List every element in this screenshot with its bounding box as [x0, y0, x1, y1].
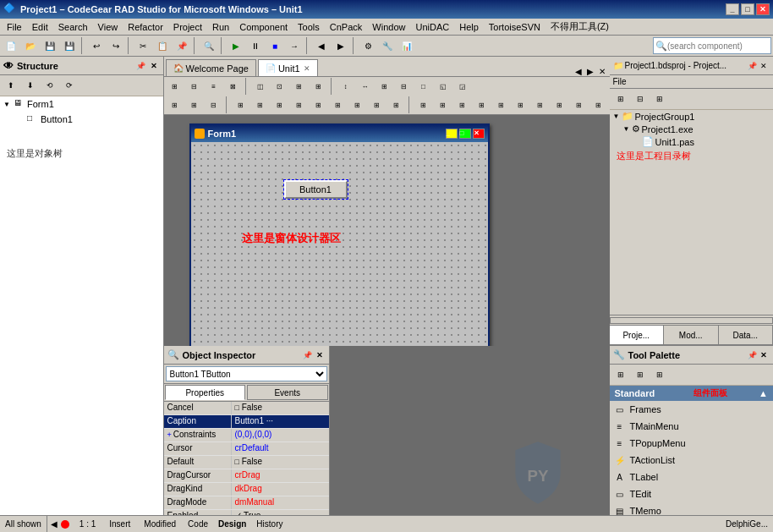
ed-tb2-9[interactable]: ⊞ — [329, 96, 348, 113]
oi-row-dragmode[interactable]: DragMode dmManual — [164, 496, 329, 510]
menu-unidac[interactable]: UniDAC — [410, 21, 454, 33]
status-design-tab[interactable]: Design — [213, 516, 251, 532]
proj-item-pas[interactable]: 📄 Unit1.pas — [610, 135, 774, 148]
oi-val-dragkind[interactable]: dkDrag — [232, 483, 329, 496]
tb-copy[interactable]: 📋 — [153, 37, 172, 54]
menu-edit[interactable]: Edit — [27, 21, 53, 33]
struct-tb-4[interactable]: ⟳ — [60, 77, 79, 94]
ed-tb2-11[interactable]: ⊞ — [368, 96, 386, 113]
proj-pin[interactable]: 📌 — [746, 60, 758, 72]
ed-tb-11[interactable]: ⊞ — [376, 78, 394, 95]
ed-tb2-10[interactable]: ⊞ — [348, 96, 367, 113]
palette-close[interactable]: ✕ — [758, 349, 770, 361]
oi-tab-events[interactable]: Events — [247, 385, 328, 400]
tb-save[interactable]: 💾 — [41, 37, 59, 54]
oi-row-dragcursor[interactable]: DragCursor crDrag — [164, 469, 329, 483]
ed-tb2-15[interactable]: ⊞ — [453, 96, 472, 113]
tab-unit1[interactable]: 📄 Unit1 ✕ — [258, 59, 318, 76]
tab-unit1-close[interactable]: ✕ — [304, 64, 310, 73]
ed-tb2-8[interactable]: ⊞ — [310, 96, 328, 113]
oi-close[interactable]: ✕ — [314, 349, 326, 361]
oi-row-cancel[interactable]: Cancel □ False — [164, 402, 329, 415]
tb-new[interactable]: 📄 — [2, 37, 20, 54]
palette-item-tactionlist[interactable]: ⚡ TActionList — [610, 452, 774, 469]
proj-tb2[interactable]: ⊟ — [631, 90, 650, 107]
ed-tb2-5[interactable]: ⊞ — [251, 96, 270, 113]
menu-cnpack[interactable]: CnPack — [325, 21, 368, 33]
form-button1[interactable]: Button1 — [284, 180, 348, 199]
form-maximize[interactable]: □ — [459, 129, 471, 139]
menu-project[interactable]: Project — [168, 21, 207, 33]
tb-prev[interactable]: ◀ — [312, 37, 331, 54]
ed-tb2-7[interactable]: ⊞ — [290, 96, 309, 113]
ed-tb-15[interactable]: ◲ — [453, 78, 472, 95]
tab-nav-right[interactable]: ▶ — [584, 67, 596, 76]
proj-close[interactable]: ✕ — [758, 60, 770, 72]
ed-tb-12[interactable]: ⊟ — [395, 78, 414, 95]
oi-row-default[interactable]: Default □ False — [164, 456, 329, 469]
ed-tb-7[interactable]: ⊞ — [290, 78, 309, 95]
ed-tb-6[interactable]: ⊡ — [271, 78, 289, 95]
palette-item-tedit[interactable]: ▭ TEdit — [610, 485, 774, 502]
palette-item-tlabel[interactable]: A TLabel — [610, 469, 774, 485]
proj-tb3[interactable]: ⊞ — [650, 90, 669, 107]
ed-tb-13[interactable]: □ — [414, 78, 433, 95]
ed-tb2-20[interactable]: ⊞ — [551, 96, 569, 113]
tree-item-button1[interactable]: □ Button1 — [0, 112, 163, 127]
tb-run[interactable]: ▶ — [227, 37, 245, 54]
menu-search[interactable]: Search — [53, 21, 93, 33]
tab-welcome[interactable]: 🏠 Welcome Page — [166, 59, 256, 76]
ed-tb2-17[interactable]: ⊞ — [492, 96, 511, 113]
menu-refactor[interactable]: Refactor — [123, 21, 168, 33]
tb-search[interactable]: 🔍 — [200, 37, 218, 54]
ed-tb-9[interactable]: ↕ — [337, 78, 355, 95]
struct-tb-2[interactable]: ⬇ — [21, 77, 40, 94]
tb-step[interactable]: → — [285, 37, 304, 54]
structure-pin[interactable]: 📌 — [135, 60, 147, 72]
tb-redo[interactable]: ↪ — [107, 37, 125, 54]
oi-val-default[interactable]: □ False — [232, 456, 329, 469]
ed-tb-3[interactable]: ≡ — [205, 78, 223, 95]
oi-row-constraints[interactable]: +Constraints (0,0),(0,0) — [164, 429, 329, 442]
tb-misc1[interactable]: ⚙ — [359, 37, 377, 54]
tab-nav-close[interactable]: ✕ — [596, 67, 608, 76]
tb-open[interactable]: 📂 — [21, 37, 40, 54]
palette-pin[interactable]: 📌 — [746, 349, 758, 361]
ed-tb2-12[interactable]: ⊞ — [387, 96, 406, 113]
proj-tab-2[interactable]: Mod... — [664, 326, 719, 344]
oi-val-caption[interactable]: Button1 ··· — [232, 415, 329, 428]
ed-tb-14[interactable]: ◱ — [434, 78, 452, 95]
tb-undo[interactable]: ↩ — [87, 37, 106, 54]
oi-select[interactable]: Button1 TButton — [166, 366, 327, 381]
ed-tb2-14[interactable]: ⊞ — [434, 96, 452, 113]
menu-view[interactable]: View — [93, 21, 123, 33]
tb-pause[interactable]: ⏸ — [246, 37, 265, 54]
tb-misc2[interactable]: 🔧 — [378, 37, 397, 54]
minimize-button[interactable]: _ — [726, 3, 739, 15]
pal-tb3[interactable]: ⊞ — [650, 366, 669, 383]
oi-tab-properties[interactable]: Properties — [165, 385, 246, 400]
tree-item-form1[interactable]: ▼ 🖥 Form1 — [0, 96, 163, 112]
status-code-tab[interactable]: Code — [183, 516, 213, 532]
oi-selector[interactable]: Button1 TButton — [164, 365, 329, 384]
menu-tools[interactable]: Tools — [293, 21, 325, 33]
palette-item-tmemo[interactable]: ▤ TMemo — [610, 502, 774, 515]
oi-val-constraints[interactable]: (0,0),(0,0) — [232, 429, 329, 442]
oi-row-dragkind[interactable]: DragKind dkDrag — [164, 483, 329, 496]
oi-row-caption[interactable]: Caption Button1 ··· — [164, 415, 329, 429]
struct-tb-3[interactable]: ⟲ — [41, 77, 59, 94]
status-nav-left[interactable]: ◀ — [51, 519, 58, 529]
oi-row-cursor[interactable]: Cursor crDefault — [164, 442, 329, 456]
tb-misc3[interactable]: 📊 — [397, 37, 416, 54]
ed-tb2-13[interactable]: ⊞ — [414, 96, 433, 113]
menu-help[interactable]: Help — [454, 21, 484, 33]
ed-tb2-2[interactable]: ⊞ — [185, 96, 204, 113]
ed-tb2-22[interactable]: ⊞ — [589, 96, 608, 113]
tab-nav-left[interactable]: ◀ — [573, 67, 584, 76]
ed-tb-10[interactable]: ↔ — [356, 78, 375, 95]
menu-tortoise[interactable]: TortoiseSVN — [484, 21, 545, 33]
form-content[interactable]: Button1 这里是窗体设计器区 — [191, 142, 488, 346]
proj-tb1[interactable]: ⊞ — [611, 90, 630, 107]
form-close[interactable]: ✕ — [473, 129, 485, 139]
ed-tb2-4[interactable]: ⊞ — [232, 96, 250, 113]
